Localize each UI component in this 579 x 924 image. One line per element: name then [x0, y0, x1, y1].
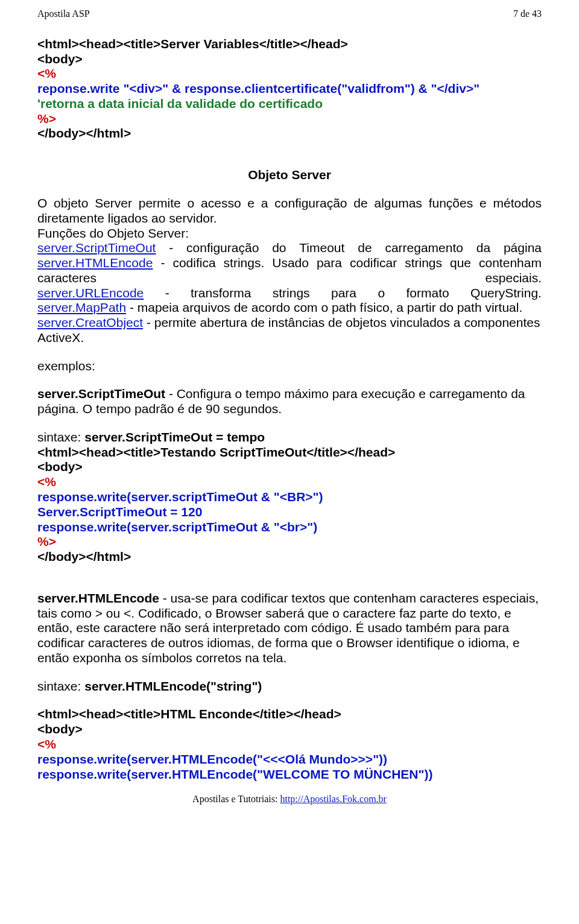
srv-creat-link[interactable]: server.CreatObject — [37, 315, 143, 329]
page-header: Apostila ASP 7 de 43 — [37, 8, 542, 20]
code3-l2: <body> — [37, 722, 542, 737]
code2-l2: <body> — [37, 460, 542, 475]
code1-l2: <body> — [37, 52, 542, 67]
footer-pre: Apostilas e Tutotriais: — [192, 794, 280, 804]
srv-html-link[interactable]: server.HTMLEncode — [37, 256, 153, 270]
htmlencode-label: server.HTMLEncode — [37, 591, 159, 605]
code1-l4: reponse.write "<div>" & response.clientc… — [37, 81, 542, 97]
page: Apostila ASP 7 de 43 <html><head><title>… — [0, 0, 579, 805]
exemplos-label: exemplos: — [37, 359, 542, 374]
syntax1-val: server.ScriptTimeOut = tempo — [84, 430, 265, 444]
code1-l7: </body></html> — [37, 126, 542, 141]
header-right: 7 de 43 — [513, 8, 542, 20]
code2-l1: <html><head><title>Testando ScriptTimeOu… — [37, 445, 542, 460]
scripttimeout-label: server.ScriptTimeOut — [37, 387, 165, 400]
code2-l4: response.write(server.scriptTimeOut & "<… — [37, 490, 542, 505]
code3-l4: response.write(server.HTMLEncode("<<<Olá… — [37, 752, 542, 767]
syntax2-val: server.HTMLEncode("string") — [84, 679, 262, 693]
server-intro: O objeto Server permite o acesso e a con… — [37, 196, 542, 226]
server-func-label: Funções do Objeto Server: — [37, 226, 542, 241]
code2-l6: response.write(server.scriptTimeOut & "<… — [37, 520, 542, 535]
code3-l1: <html><head><title>HTML Enconde</title><… — [37, 707, 542, 722]
code2-l7: %> — [37, 534, 542, 549]
code3-l5: response.write(server.HTMLEncode("WELCOM… — [37, 767, 542, 782]
server-title: Objeto Server — [37, 168, 542, 183]
footer-link[interactable]: http://Apostilas.Fok.com.br — [280, 794, 386, 804]
code1-l5: 'retorna a data inicial da validade do c… — [37, 97, 542, 112]
syntax2-label: sintaxe: — [37, 679, 84, 693]
syntax1-label: sintaxe: — [37, 430, 84, 444]
srv-rows: server.ScriptTimeOut -configuraçãodoTime… — [37, 241, 542, 345]
code2-l8: </body></html> — [37, 549, 542, 565]
htmlencode-p: server.HTMLEncode - usa-se para codifica… — [37, 591, 542, 666]
code2-l5: Server.ScriptTimeOut = 120 — [37, 505, 542, 520]
footer: Apostilas e Tutotriais: http://Apostilas… — [37, 794, 542, 805]
srv-script-link2[interactable]: server.ScriptTimeOut — [37, 241, 156, 255]
srv-html-left: caracteres — [37, 271, 96, 286]
code1-l6: %> — [37, 112, 542, 127]
code1-l1: <html><head><title>Server Variables</tit… — [37, 37, 542, 52]
srv-html-right: especiais. — [486, 271, 542, 286]
code3-l3: <% — [37, 737, 542, 752]
code1-l3: <% — [37, 66, 542, 81]
scripttimeout-p: server.ScriptTimeOut - Configura o tempo… — [37, 387, 542, 417]
header-left: Apostila ASP — [37, 8, 90, 20]
syntax1: sintaxe: server.ScriptTimeOut = tempo — [37, 430, 542, 445]
syntax2: sintaxe: server.HTMLEncode("string") — [37, 679, 542, 694]
code2-l3: <% — [37, 475, 542, 490]
srv-url-link[interactable]: server.URLEncode — [37, 286, 144, 300]
srv-map-link[interactable]: server.MapPath — [37, 300, 126, 314]
srv-map-desc: - mapeia arquivos de acordo com o path f… — [126, 300, 522, 314]
